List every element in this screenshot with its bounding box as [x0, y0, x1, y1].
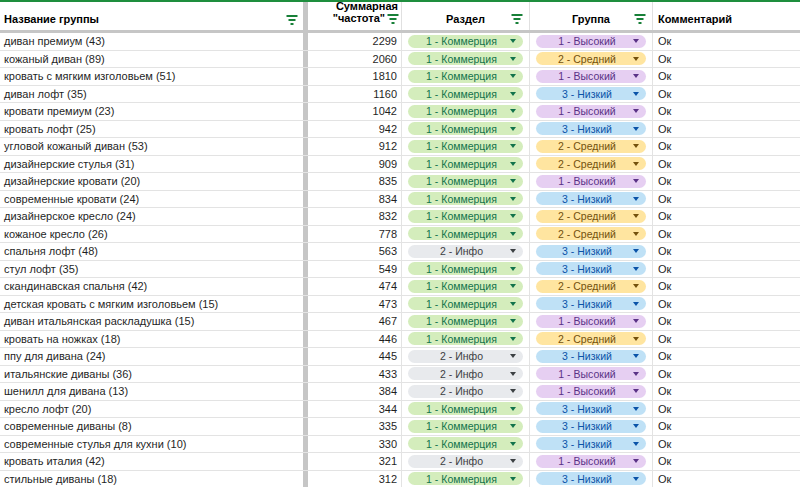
group-name-cell[interactable]: итальянские диваны (36)	[0, 366, 303, 383]
group-name-cell[interactable]: скандинавская спальня (42)	[0, 278, 303, 295]
frequency-cell[interactable]: 549	[308, 261, 402, 278]
section-dropdown-chip[interactable]: 1 - Коммерция	[408, 157, 523, 170]
frequency-cell[interactable]: 473	[308, 296, 402, 313]
comment-cell[interactable]: Ок	[653, 348, 800, 365]
group-dropdown-chip[interactable]: 2 - Средний	[536, 52, 646, 65]
section-dropdown-chip[interactable]: 1 - Коммерция	[408, 140, 523, 153]
group-dropdown-chip[interactable]: 1 - Высокий	[536, 105, 646, 118]
group-dropdown-chip[interactable]: 3 - Низкий	[536, 297, 646, 310]
group-dropdown-chip[interactable]: 1 - Высокий	[536, 35, 646, 48]
group-name-cell[interactable]: кровати премиум (23)	[0, 103, 303, 120]
section-dropdown-chip[interactable]: 1 - Коммерция	[408, 262, 523, 275]
comment-cell[interactable]: Ок	[653, 366, 800, 383]
section-dropdown-chip[interactable]: 2 - Инфо	[408, 455, 523, 468]
section-dropdown-chip[interactable]: 1 - Коммерция	[408, 420, 523, 433]
section-dropdown-chip[interactable]: 1 - Коммерция	[408, 402, 523, 415]
column-header-section[interactable]: Раздел	[402, 2, 530, 30]
comment-cell[interactable]: Ок	[653, 33, 800, 50]
frequency-cell[interactable]: 1810	[308, 68, 402, 85]
frequency-cell[interactable]: 2299	[308, 33, 402, 50]
group-dropdown-chip[interactable]: 3 - Низкий	[536, 437, 646, 450]
comment-cell[interactable]: Ок	[653, 226, 800, 243]
comment-cell[interactable]: Ок	[653, 243, 800, 260]
group-name-cell[interactable]: кровать лофт (25)	[0, 121, 303, 138]
filter-icon[interactable]	[511, 14, 522, 24]
frequency-cell[interactable]: 433	[308, 366, 402, 383]
group-dropdown-chip[interactable]: 3 - Низкий	[536, 262, 646, 275]
comment-cell[interactable]: Ок	[653, 296, 800, 313]
group-name-cell[interactable]: ппу для дивана (24)	[0, 348, 303, 365]
group-dropdown-chip[interactable]: 3 - Низкий	[536, 122, 646, 135]
section-dropdown-chip[interactable]: 1 - Коммерция	[408, 52, 523, 65]
comment-cell[interactable]: Ок	[653, 418, 800, 435]
filter-icon[interactable]	[387, 14, 398, 24]
section-dropdown-chip[interactable]: 1 - Коммерция	[408, 210, 523, 223]
section-dropdown-chip[interactable]: 2 - Инфо	[408, 245, 523, 258]
comment-cell[interactable]: Ок	[653, 68, 800, 85]
group-name-cell[interactable]: кожаный диван (89)	[0, 51, 303, 68]
group-dropdown-chip[interactable]: 2 - Средний	[536, 140, 646, 153]
comment-cell[interactable]: Ок	[653, 51, 800, 68]
comment-cell[interactable]: Ок	[653, 401, 800, 418]
group-dropdown-chip[interactable]: 1 - Высокий	[536, 70, 646, 83]
frequency-cell[interactable]: 467	[308, 313, 402, 330]
group-name-cell[interactable]: дизайнерское кресло (24)	[0, 208, 303, 225]
group-dropdown-chip[interactable]: 2 - Средний	[536, 227, 646, 240]
frequency-cell[interactable]: 384	[308, 383, 402, 400]
comment-cell[interactable]: Ок	[653, 278, 800, 295]
frequency-cell[interactable]: 344	[308, 401, 402, 418]
group-name-cell[interactable]: стул лофт (35)	[0, 261, 303, 278]
comment-cell[interactable]: Ок	[653, 261, 800, 278]
group-dropdown-chip[interactable]: 3 - Низкий	[536, 245, 646, 258]
group-name-cell[interactable]: кровать на ножках (18)	[0, 331, 303, 348]
frequency-cell[interactable]: 909	[308, 156, 402, 173]
group-dropdown-chip[interactable]: 2 - Средний	[536, 280, 646, 293]
section-dropdown-chip[interactable]: 1 - Коммерция	[408, 175, 523, 188]
group-dropdown-chip[interactable]: 3 - Низкий	[536, 350, 646, 363]
group-name-cell[interactable]: дизайнерские кровати (20)	[0, 173, 303, 190]
frequency-cell[interactable]: 312	[308, 471, 402, 487]
section-dropdown-chip[interactable]: 1 - Коммерция	[408, 122, 523, 135]
group-name-cell[interactable]: дизайнерские стулья (31)	[0, 156, 303, 173]
frequency-cell[interactable]: 2060	[308, 51, 402, 68]
section-dropdown-chip[interactable]: 1 - Коммерция	[408, 437, 523, 450]
comment-cell[interactable]: Ок	[653, 208, 800, 225]
comment-cell[interactable]: Ок	[653, 313, 800, 330]
frequency-cell[interactable]: 942	[308, 121, 402, 138]
frequency-cell[interactable]: 1042	[308, 103, 402, 120]
section-dropdown-chip[interactable]: 1 - Коммерция	[408, 70, 523, 83]
group-dropdown-chip[interactable]: 3 - Низкий	[536, 87, 646, 100]
section-dropdown-chip[interactable]: 2 - Инфо	[408, 367, 523, 380]
group-dropdown-chip[interactable]: 1 - Высокий	[536, 367, 646, 380]
comment-cell[interactable]: Ок	[653, 86, 800, 103]
group-name-cell[interactable]: кровать италия (42)	[0, 453, 303, 470]
group-name-cell[interactable]: диван премиум (43)	[0, 33, 303, 50]
section-dropdown-chip[interactable]: 1 - Коммерция	[408, 87, 523, 100]
group-dropdown-chip[interactable]: 2 - Средний	[536, 332, 646, 345]
frequency-cell[interactable]: 474	[308, 278, 402, 295]
group-name-cell[interactable]: угловой кожаный диван (53)	[0, 138, 303, 155]
group-name-cell[interactable]: кровать с мягким изголовьем (51)	[0, 68, 303, 85]
group-name-cell[interactable]: диван лофт (35)	[0, 86, 303, 103]
section-dropdown-chip[interactable]: 2 - Инфо	[408, 385, 523, 398]
frequency-cell[interactable]: 834	[308, 191, 402, 208]
frequency-cell[interactable]: 321	[308, 453, 402, 470]
comment-cell[interactable]: Ок	[653, 156, 800, 173]
comment-cell[interactable]: Ок	[653, 471, 800, 487]
group-dropdown-chip[interactable]: 2 - Средний	[536, 210, 646, 223]
comment-cell[interactable]: Ок	[653, 436, 800, 453]
group-name-cell[interactable]: кожаное кресло (26)	[0, 226, 303, 243]
comment-cell[interactable]: Ок	[653, 383, 800, 400]
frequency-cell[interactable]: 330	[308, 436, 402, 453]
section-dropdown-chip[interactable]: 1 - Коммерция	[408, 227, 523, 240]
group-dropdown-chip[interactable]: 2 - Средний	[536, 157, 646, 170]
section-dropdown-chip[interactable]: 1 - Коммерция	[408, 472, 523, 485]
group-name-cell[interactable]: детская кровать с мягким изголовьем (15)	[0, 296, 303, 313]
section-dropdown-chip[interactable]: 1 - Коммерция	[408, 192, 523, 205]
column-header-frequency[interactable]: Суммарная "частота"	[308, 2, 402, 30]
comment-cell[interactable]: Ок	[653, 173, 800, 190]
section-dropdown-chip[interactable]: 1 - Коммерция	[408, 332, 523, 345]
frequency-cell[interactable]: 563	[308, 243, 402, 260]
group-name-cell[interactable]: современные стулья для кухни (10)	[0, 436, 303, 453]
section-dropdown-chip[interactable]: 1 - Коммерция	[408, 315, 523, 328]
